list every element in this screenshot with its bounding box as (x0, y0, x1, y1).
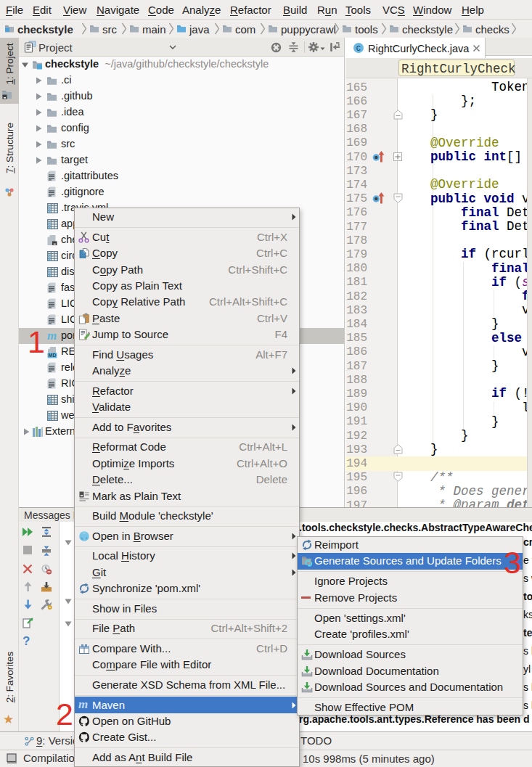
svg-text:C: C (356, 44, 361, 53)
svg-text:MD: MD (49, 353, 57, 358)
